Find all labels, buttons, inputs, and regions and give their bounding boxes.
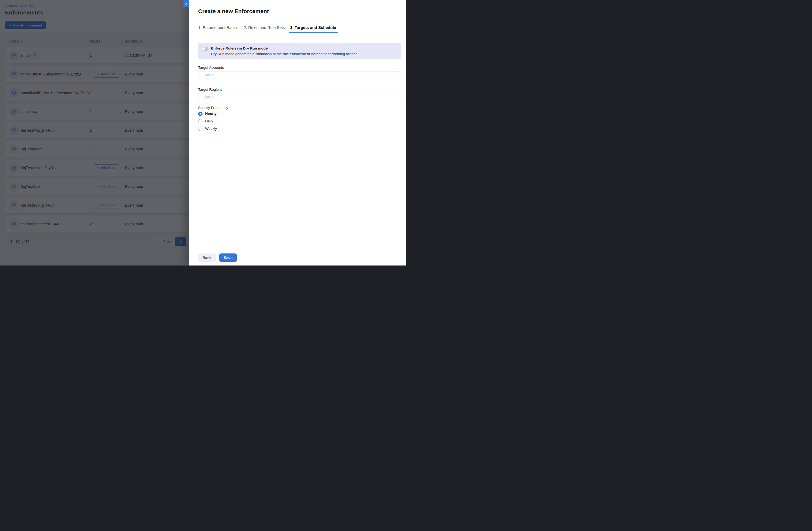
target-regions-label: Target Regions: [198, 88, 401, 91]
drawer-tabs: 1. Enforcement Basics2. Rules and Rule S…: [189, 22, 406, 33]
drawer-header: Create a new Enforcement: [189, 0, 406, 22]
tab-2[interactable]: 2. Rules and Rule Sets: [244, 22, 285, 33]
frequency-option-hourly[interactable]: Hourly: [198, 110, 401, 117]
dry-run-toggle[interactable]: [202, 47, 208, 51]
target-regions-select[interactable]: - Select -: [198, 93, 401, 100]
dry-run-text: Enforce Rule(s) in Dry Run mode Dry Run …: [211, 46, 357, 59]
radio-label: Daily: [205, 119, 213, 123]
frequency-option-weekly[interactable]: Weekly: [198, 125, 401, 132]
save-button[interactable]: Save: [219, 253, 237, 262]
frequency-option-daily[interactable]: Daily: [198, 118, 401, 125]
radio-label: Hourly: [205, 112, 217, 116]
back-button[interactable]: Back: [198, 253, 216, 262]
close-icon[interactable]: ✕: [184, 0, 189, 7]
drawer-body: Enforce Rule(s) in Dry Run mode Dry Run …: [189, 33, 406, 132]
toggle-knob: [202, 47, 205, 50]
specify-frequency-label: Specify Frequency: [198, 106, 401, 110]
radio-icon[interactable]: [198, 127, 202, 131]
tab-3[interactable]: 3. Targets and Schedule: [290, 22, 336, 33]
target-accounts-select[interactable]: - Select -: [198, 71, 401, 78]
target-accounts-label: Target Accounts: [198, 65, 401, 70]
dry-run-title: Enforce Rule(s) in Dry Run mode: [211, 46, 357, 51]
target-regions-field: Target Regions - Select -: [198, 88, 401, 100]
frequency-options: HourlyDailyWeekly: [198, 110, 401, 132]
drawer-title: Create a new Enforcement: [198, 8, 406, 14]
radio-label: Weekly: [205, 127, 217, 131]
screen: Account: CCM-NG Enforcements + New Enfor…: [0, 0, 406, 265]
target-accounts-field: Target Accounts - Select -: [198, 65, 401, 78]
dry-run-banner: Enforce Rule(s) in Dry Run mode Dry Run …: [198, 43, 401, 59]
tab-1[interactable]: 1. Enforcement Basics: [198, 22, 238, 33]
drawer-footer: Back Save: [198, 253, 237, 262]
radio-icon[interactable]: [198, 112, 202, 116]
dry-run-description: Dry Run mode generates a simulation of t…: [211, 52, 357, 56]
radio-icon[interactable]: [198, 119, 202, 123]
create-enforcement-drawer: ✕ Create a new Enforcement 1. Enforcemen…: [189, 0, 406, 265]
